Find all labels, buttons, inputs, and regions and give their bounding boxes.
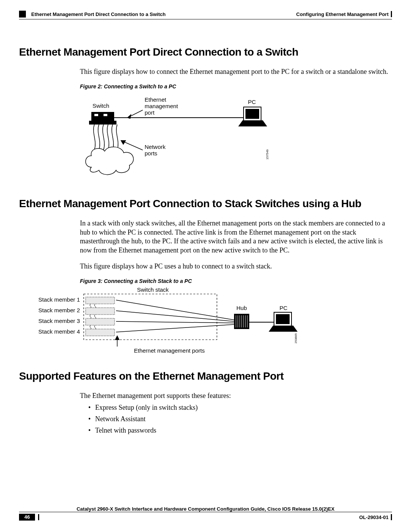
fig3-m3: Stack member 3	[38, 318, 80, 324]
fig3-ports-arrow	[115, 336, 119, 347]
list-item: Express Setup (only in switch stacks)	[90, 403, 392, 412]
fig2-id: 157549	[266, 149, 269, 160]
svg-rect-13	[86, 329, 115, 336]
fig3-hub-icon	[234, 314, 249, 329]
section3-heading: Supported Features on the Ethernet Manag…	[19, 370, 392, 382]
list-item: Telnet with passwords	[90, 426, 392, 435]
svg-line-14	[116, 300, 234, 320]
page-footer: Catalyst 2960-X Switch Interface and Har…	[19, 506, 392, 521]
svg-line-16	[116, 321, 234, 323]
fig2-mgmt-line1: Ethernet	[145, 96, 167, 103]
section2-paragraph2: This figure displays how a PC uses a hub…	[80, 262, 388, 271]
svg-rect-11	[86, 308, 115, 315]
figure3-diagram: Switch stack Stack member 1 Stack member…	[23, 286, 392, 359]
header-right-text: Configuring Ethernet Management Port	[296, 11, 389, 17]
svg-marker-29	[115, 336, 119, 340]
footer-docid: OL-29034-01	[359, 514, 389, 520]
svg-rect-10	[86, 297, 115, 304]
header-left-text: Ethernet Management Port Direct Connecti…	[31, 11, 166, 17]
figure2-diagram: Switch Ethernet management port PC Netwo…	[80, 91, 392, 180]
fig3-hub-label: Hub	[236, 305, 247, 311]
fig2-mgmt-pointer	[127, 110, 143, 118]
section3-paragraph: The Ethernet management port supports th…	[80, 391, 388, 401]
fig2-mgmt-line3: port	[145, 109, 155, 116]
section1-heading: Ethernet Management Port Direct Connecti…	[19, 46, 392, 58]
fig3-id: 253665	[294, 333, 298, 343]
page-number: 46	[19, 514, 35, 521]
svg-line-17	[116, 324, 234, 332]
fig3-stack-rows	[86, 297, 115, 336]
header-rule	[19, 19, 392, 19]
fig3-stack-label: Switch stack	[137, 286, 169, 293]
fig3-pc-label: PC	[280, 305, 288, 311]
footer-right-divider-icon	[391, 514, 392, 520]
fig2-pc-icon	[239, 107, 266, 126]
footer-guide-title: Catalyst 2960-X Switch Interface and Har…	[19, 506, 392, 512]
figure3-svg: Switch stack Stack member 1 Stack member…	[23, 286, 327, 358]
header-right: Configuring Ethernet Management Port	[296, 11, 392, 17]
figure3-caption: Figure 3: Connecting a Switch Stack to a…	[80, 278, 392, 284]
footer-rule	[19, 512, 392, 512]
fig2-np-line1: Network	[145, 144, 166, 150]
svg-rect-1	[89, 121, 116, 125]
fig2-mgmt-line2: management	[145, 103, 178, 109]
fig2-cloud-icon	[86, 147, 134, 174]
footer-left: 46	[19, 514, 39, 521]
fig2-np-line2: ports	[145, 150, 157, 157]
svg-rect-27	[276, 315, 289, 324]
footer-right: OL-29034-01	[359, 514, 392, 520]
document-page: Ethernet Management Port Direct Connecti…	[0, 0, 411, 532]
section2-heading: Ethernet Management Port Connection to S…	[19, 198, 392, 210]
fig2-ports-pointer	[121, 141, 143, 150]
fig3-m1: Stack member 1	[38, 296, 80, 303]
header-left: Ethernet Management Port Direct Connecti…	[19, 11, 166, 18]
section1-paragraph: This figure displays how to connect the …	[80, 67, 388, 77]
figure2-svg: Switch Ethernet management port PC Netwo…	[80, 91, 293, 179]
footer-left-divider-icon	[38, 514, 39, 520]
fig3-ports-label: Ethernet management ports	[134, 347, 205, 354]
fig2-switch-label: Switch	[92, 102, 109, 109]
fig2-switch-icon	[89, 112, 116, 125]
list-item: Network Assistant	[90, 415, 392, 424]
header-divider-icon	[391, 11, 392, 17]
features-list: Express Setup (only in switch stacks) Ne…	[80, 403, 392, 435]
svg-rect-12	[86, 318, 115, 325]
section2-paragraph1: In a stack with only stack switches, all…	[80, 219, 388, 255]
svg-rect-0	[91, 112, 114, 122]
svg-line-15	[116, 311, 234, 321]
header-marker-icon	[19, 11, 26, 18]
svg-rect-7	[246, 109, 259, 118]
fig3-m2: Stack member 2	[38, 307, 80, 313]
svg-marker-5	[127, 115, 131, 118]
svg-rect-3	[104, 114, 107, 116]
fig3-cables	[116, 300, 234, 332]
fig3-m4: Stack member 4	[38, 328, 80, 335]
figure2-caption: Figure 2: Connecting a Switch to a PC	[80, 83, 392, 89]
fig2-ports-lines	[94, 125, 118, 150]
page-header: Ethernet Management Port Direct Connecti…	[19, 11, 392, 18]
svg-rect-2	[94, 114, 98, 116]
fig2-pc-label: PC	[248, 99, 256, 105]
